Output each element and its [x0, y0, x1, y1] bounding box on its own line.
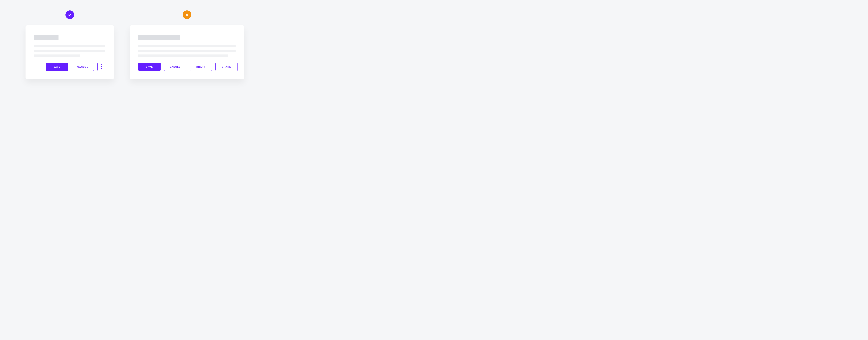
placeholder-line	[138, 49, 236, 52]
placeholder-title	[138, 35, 180, 40]
do-badge	[65, 10, 74, 19]
placeholder-line	[138, 55, 228, 57]
placeholder-line	[138, 45, 236, 47]
check-icon	[67, 12, 72, 17]
do-example: SAVE CANCEL	[26, 10, 114, 79]
cancel-button[interactable]: CANCEL	[164, 63, 186, 71]
close-icon	[185, 13, 189, 17]
share-button[interactable]: SHARE	[215, 63, 238, 71]
placeholder-line	[34, 45, 105, 47]
dont-badge	[183, 10, 191, 19]
placeholder-line	[34, 55, 81, 57]
dont-actions: SAVE CANCEL DRAFT SHARE	[138, 63, 236, 71]
dont-example: SAVE CANCEL DRAFT SHARE	[130, 10, 244, 79]
cancel-button[interactable]: CANCEL	[72, 63, 94, 71]
do-actions: SAVE CANCEL	[34, 63, 105, 71]
more-vertical-icon	[101, 64, 102, 69]
more-actions-button[interactable]	[97, 63, 105, 71]
placeholder-line	[34, 49, 105, 52]
placeholder-title	[34, 35, 59, 40]
do-card: SAVE CANCEL	[26, 25, 114, 79]
save-button[interactable]: SAVE	[46, 63, 68, 71]
dont-card: SAVE CANCEL DRAFT SHARE	[130, 25, 244, 79]
save-button[interactable]: SAVE	[138, 63, 161, 71]
draft-button[interactable]: DRAFT	[190, 63, 212, 71]
